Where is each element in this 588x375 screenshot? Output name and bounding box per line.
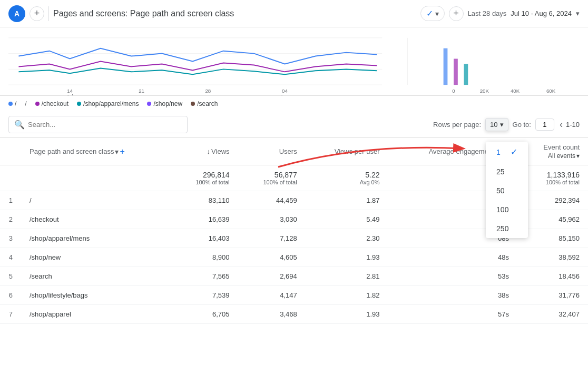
check-circle-icon: ✓ xyxy=(426,8,433,18)
goto-label: Go to: xyxy=(513,121,531,129)
col-header-vpu-inner: Views per user xyxy=(314,147,380,155)
row-event-count: 32,407 xyxy=(517,305,588,324)
search-input[interactable] xyxy=(28,121,182,129)
row-vpu: 1.87 xyxy=(306,191,388,210)
dropdown-option-1-label: 1 xyxy=(496,148,501,156)
row-users: 7,128 xyxy=(238,229,306,248)
rows-selected-value: 10 xyxy=(490,121,497,129)
event-select-value: All events xyxy=(548,152,575,160)
row-path: /shop/new xyxy=(21,248,170,267)
svg-text:Aug: Aug xyxy=(280,93,289,95)
row-users: 4,605 xyxy=(238,248,306,267)
table-controls: 🔍 Rows per page: 10 ▾ 1 ✓ 25 50 100 xyxy=(0,112,588,138)
page-range: 1-10 xyxy=(566,121,580,129)
dropdown-option-25-label: 25 xyxy=(496,167,505,176)
col-header-vpu-label: Views per user xyxy=(335,147,380,155)
svg-text:Jul: Jul xyxy=(66,93,73,95)
add-comparison-button[interactable]: + xyxy=(449,6,464,21)
col-header-vpu: Views per user xyxy=(306,138,388,165)
col-header-page-path-inner: Page path and screen class ▾ + xyxy=(30,147,162,156)
chart-legend: / / /checkout /shop/apparel/mens /shop/n… xyxy=(0,96,588,112)
col-header-num xyxy=(0,138,21,165)
row-vpu: 2.30 xyxy=(306,229,388,248)
svg-text:20K: 20K xyxy=(480,88,489,94)
totals-views-pct: 100% of total xyxy=(179,179,229,185)
search-icon: 🔍 xyxy=(14,120,25,130)
dropdown-option-25[interactable]: 25 xyxy=(486,162,528,181)
dropdown-option-1[interactable]: 1 ✓ xyxy=(486,142,528,162)
svg-rect-16 xyxy=(454,59,458,85)
row-path: /shop/apparel xyxy=(21,305,170,324)
row-path: /shop/lifestyle/bags xyxy=(21,286,170,305)
row-num: 5 xyxy=(0,267,21,286)
row-avg-time: 48s xyxy=(388,248,517,267)
legend-label-mens: /shop/apparel/mens xyxy=(83,100,139,107)
col-header-page-path: Page path and screen class ▾ + xyxy=(21,138,170,165)
page-navigation: ‹ 1-10 xyxy=(558,118,580,131)
prev-page-button[interactable]: ‹ xyxy=(558,118,564,131)
event-select-dropdown[interactable]: All events ▾ xyxy=(548,152,580,160)
totals-views-value: 296,814 xyxy=(179,171,229,179)
svg-text:28: 28 xyxy=(205,88,211,94)
row-path: /search xyxy=(21,267,170,286)
search-box[interactable]: 🔍 xyxy=(8,116,188,133)
check-status-button[interactable]: ✓ ▾ xyxy=(420,6,445,21)
dropdown-option-100[interactable]: 100 xyxy=(486,200,528,219)
col-header-event-count-label: Event count xyxy=(543,143,580,151)
pagination-controls: Rows per page: 10 ▾ 1 ✓ 25 50 100 xyxy=(433,118,580,131)
date-range-value: Jul 10 - Aug 6, 2024 xyxy=(511,9,572,17)
col-filter-icon[interactable]: ▾ xyxy=(115,147,119,156)
row-views: 7,539 xyxy=(170,286,238,305)
svg-text:40K: 40K xyxy=(511,88,520,94)
table-row: 6 /shop/lifestyle/bags 7,539 4,147 1.82 … xyxy=(0,286,588,305)
svg-rect-15 xyxy=(444,48,448,85)
totals-users-pct: 100% of total xyxy=(247,179,297,185)
date-range: Last 28 days Jul 10 - Aug 6, 2024 ▾ xyxy=(468,9,580,17)
dropdown-option-250[interactable]: 250 xyxy=(486,219,528,238)
rows-per-page-label: Rows per page: xyxy=(433,121,481,129)
divider xyxy=(48,6,49,21)
dropdown-option-50-label: 50 xyxy=(496,186,505,195)
add-button[interactable]: + xyxy=(30,6,44,21)
svg-text:60K: 60K xyxy=(546,88,556,94)
legend-item-new: /shop/new xyxy=(147,100,182,107)
totals-users: 56,877 100% of total xyxy=(238,165,306,191)
goto-input[interactable] xyxy=(535,119,554,131)
legend-separator: / xyxy=(25,100,26,107)
col-header-views: ↓ Views xyxy=(170,138,238,165)
svg-rect-17 xyxy=(464,64,468,85)
row-users: 3,030 xyxy=(238,210,306,229)
col-header-users-label: Users xyxy=(279,147,297,155)
rows-per-page-select[interactable]: 10 ▾ 1 ✓ 25 50 100 250 xyxy=(485,118,508,131)
row-users: 3,468 xyxy=(238,305,306,324)
col-header-views-inner: ↓ Views xyxy=(179,147,229,155)
row-num: 2 xyxy=(0,210,21,229)
row-views: 16,403 xyxy=(170,229,238,248)
dropdown-option-250-label: 250 xyxy=(496,224,508,233)
legend-label-root: / xyxy=(15,100,16,107)
row-num: 4 xyxy=(0,248,21,267)
row-event-count: 31,776 xyxy=(517,286,588,305)
rows-dropdown: 1 ✓ 25 50 100 250 xyxy=(486,142,528,238)
legend-dot-search xyxy=(191,102,195,106)
legend-item-mens: /shop/apparel/mens xyxy=(77,100,139,107)
row-views: 7,565 xyxy=(170,267,238,286)
row-event-count: 18,456 xyxy=(517,267,588,286)
event-select-row: All events ▾ xyxy=(526,152,580,160)
dropdown-option-50[interactable]: 50 xyxy=(486,181,528,200)
svg-text:21: 21 xyxy=(139,88,144,94)
row-vpu: 1.93 xyxy=(306,248,388,267)
row-users: 44,459 xyxy=(238,191,306,210)
row-avg-time: 53s xyxy=(388,267,517,286)
totals-vpu-value: 5.22 xyxy=(314,171,380,179)
row-avg-time: 57s xyxy=(388,305,517,324)
top-bar: A + Pages and screens: Page path and scr… xyxy=(0,0,588,27)
col-add-icon[interactable]: + xyxy=(120,147,124,156)
row-avg-time: 38s xyxy=(388,286,517,305)
legend-dot-root xyxy=(8,102,13,106)
legend-dot-checkout xyxy=(35,102,40,106)
row-num: 6 xyxy=(0,286,21,305)
row-path: /checkout xyxy=(21,210,170,229)
date-chevron-icon[interactable]: ▾ xyxy=(576,9,580,17)
chart-area: 14 Jul 21 28 04 Aug 0 20K 40K 60K xyxy=(0,27,588,96)
